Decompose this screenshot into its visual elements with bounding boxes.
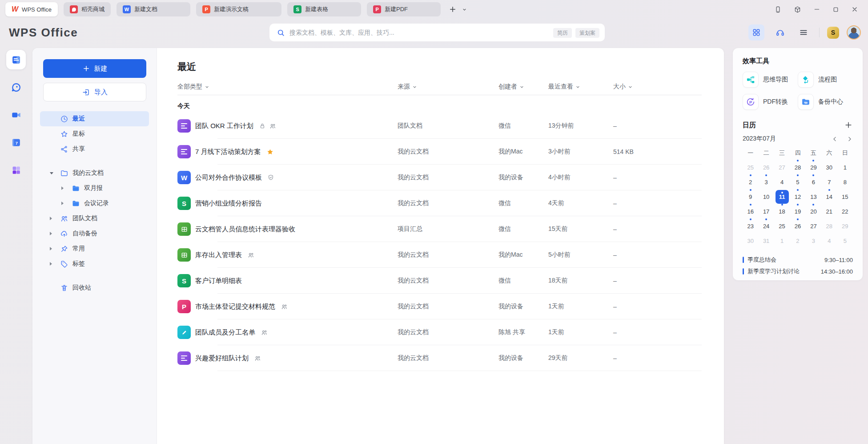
- new-tab-plus-icon[interactable]: [449, 5, 457, 13]
- calendar-day[interactable]: 1: [838, 161, 852, 174]
- calendar-day[interactable]: 7: [823, 175, 836, 189]
- close-icon[interactable]: [851, 6, 858, 13]
- menu-icon[interactable]: [796, 24, 812, 40]
- filter-0[interactable]: 全部类型: [177, 83, 398, 91]
- minimize-icon[interactable]: [813, 6, 820, 13]
- filter-1[interactable]: 来源: [398, 83, 498, 91]
- calendar-day[interactable]: 5: [838, 234, 852, 248]
- calendar-day[interactable]: 2: [744, 175, 757, 189]
- calendar-day[interactable]: 27: [776, 161, 789, 174]
- sidebar-item-10[interactable]: 回收站: [40, 280, 149, 295]
- calendar-event-0[interactable]: 季度总结会 9:30–11:00: [743, 254, 853, 266]
- calendar-next-icon[interactable]: [846, 136, 853, 142]
- calendar-add-icon[interactable]: [844, 121, 853, 129]
- search-bar[interactable]: 简历策划案: [269, 24, 605, 41]
- new-button[interactable]: 新建: [43, 59, 146, 78]
- sidebar-item-1[interactable]: 星标: [40, 126, 149, 141]
- sidebar-item-6[interactable]: 团队文档: [40, 211, 149, 226]
- calendar-day[interactable]: 25: [744, 161, 757, 174]
- filter-4[interactable]: 大小: [613, 83, 702, 91]
- calendar-day[interactable]: 30: [744, 234, 757, 248]
- sidebar-item-4[interactable]: 双月报: [40, 181, 149, 196]
- calendar-day[interactable]: 26: [791, 219, 804, 233]
- tool-3[interactable]: 备份中心: [798, 94, 853, 110]
- sidebar-item-3[interactable]: 我的云文档: [40, 165, 149, 181]
- file-row-5[interactable]: 库存出入管理表 我的云文档 我的Mac 5小时前 –: [177, 242, 702, 268]
- file-row-1[interactable]: 7 月线下活动策划方案 我的云文档 我的Mac 3小时前 514 KB: [177, 139, 702, 165]
- tool-2[interactable]: P PDF转换: [743, 94, 798, 110]
- search-tag-1[interactable]: 策划案: [575, 28, 599, 38]
- caret-right-icon[interactable]: [61, 202, 64, 205]
- calendar-day[interactable]: 23: [744, 219, 757, 233]
- calendar-day[interactable]: 29: [838, 219, 852, 233]
- file-row-8[interactable]: 团队成员及分工名单 我的云文档 陈旭 共享 1天前 –: [177, 319, 702, 345]
- mobile-icon[interactable]: [774, 6, 782, 13]
- tab-home[interactable]: WWPS Office: [5, 2, 58, 16]
- calendar-day[interactable]: 30: [823, 161, 836, 174]
- avatar[interactable]: [847, 25, 861, 40]
- sidebar-item-2[interactable]: 共享: [40, 141, 149, 157]
- calendar-day[interactable]: 12: [791, 190, 804, 204]
- calendar-day[interactable]: 14: [823, 190, 836, 204]
- calendar-day[interactable]: 3: [807, 234, 820, 248]
- support-headset-icon[interactable]: [772, 24, 788, 40]
- calendar-day[interactable]: 27: [807, 219, 820, 233]
- calendar-day[interactable]: 28: [791, 161, 804, 174]
- tab-document-1[interactable]: 稻壳商城: [64, 2, 111, 16]
- calendar-day[interactable]: 4: [823, 234, 836, 248]
- tool-1[interactable]: 流程图: [798, 72, 853, 88]
- calendar-day[interactable]: 25: [776, 219, 789, 233]
- calendar-day[interactable]: 3: [760, 175, 773, 189]
- caret-down-icon[interactable]: [50, 172, 53, 174]
- rail-item-messages[interactable]: [6, 77, 26, 97]
- calendar-day[interactable]: 16: [744, 205, 757, 218]
- rail-item-meetings[interactable]: [6, 105, 26, 125]
- calendar-day[interactable]: 9: [744, 190, 757, 204]
- caret-right-icon[interactable]: [61, 186, 64, 190]
- workspace-icon[interactable]: [794, 6, 801, 13]
- rail-item-documents[interactable]: [6, 50, 26, 69]
- calendar-day[interactable]: 19: [791, 205, 804, 218]
- calendar-day[interactable]: 21: [823, 205, 836, 218]
- filter-2[interactable]: 创建者: [498, 83, 548, 91]
- import-button[interactable]: 导入: [43, 83, 146, 101]
- tab-list-chevron-icon[interactable]: [462, 7, 467, 12]
- sidebar-item-7[interactable]: 自动备份: [40, 226, 149, 241]
- tool-0[interactable]: 思维导图: [743, 72, 798, 88]
- calendar-day[interactable]: 6: [807, 175, 820, 189]
- file-row-9[interactable]: 兴趣爱好组队计划 我的云文档 我的设备 29天前 –: [177, 345, 702, 371]
- file-row-7[interactable]: P 市场主体登记提交材料规范 我的云文档 我的设备 1天前 –: [177, 294, 702, 319]
- rail-item-apps[interactable]: [6, 160, 26, 180]
- calendar-day[interactable]: 24: [760, 219, 773, 233]
- calendar-day[interactable]: 20: [807, 205, 820, 218]
- search-input[interactable]: [289, 29, 545, 36]
- calendar-day[interactable]: 26: [760, 161, 773, 174]
- sidebar-item-9[interactable]: 标签: [40, 256, 149, 271]
- calendar-day[interactable]: 1: [776, 234, 789, 248]
- calendar-event-1[interactable]: 新季度学习计划讨论 14:30–16:00: [743, 266, 853, 277]
- tab-document-3[interactable]: P新建演示文稿: [196, 2, 281, 16]
- file-row-3[interactable]: S 营销小组业绩分析报告 我的云文档 微信 4天前 –: [177, 190, 702, 216]
- file-row-2[interactable]: W 公司对外合作协议模板 我的云文档 我的设备 4小时前 –: [177, 165, 702, 190]
- rail-item-calendar[interactable]: 7: [6, 133, 26, 152]
- file-row-4[interactable]: 云文档管人员信息统计表理器验收 项目汇总 微信 15天前 –: [177, 216, 702, 242]
- calendar-day[interactable]: 31: [760, 234, 773, 248]
- filter-3[interactable]: 最近查看: [548, 83, 613, 91]
- search-tag-0[interactable]: 简历: [553, 28, 572, 38]
- calendar-prev-icon[interactable]: [832, 136, 838, 142]
- calendar-day[interactable]: 8: [838, 175, 852, 189]
- calendar-day[interactable]: 13: [807, 190, 820, 204]
- apps-grid-icon[interactable]: [748, 24, 764, 40]
- tab-document-5[interactable]: P新建PDF: [367, 2, 441, 16]
- calendar-day[interactable]: 10: [760, 190, 773, 204]
- vip-badge-icon[interactable]: S: [827, 27, 839, 39]
- calendar-day[interactable]: 17: [760, 205, 773, 218]
- caret-right-icon[interactable]: [50, 217, 52, 220]
- calendar-day[interactable]: 22: [838, 205, 852, 218]
- calendar-day[interactable]: 5: [791, 175, 804, 189]
- file-row-6[interactable]: S 客户订单明细表 我的云文档 微信 18天前 –: [177, 268, 702, 294]
- tab-document-2[interactable]: W新建文档: [117, 2, 190, 16]
- sidebar-item-0[interactable]: 最近: [40, 111, 149, 126]
- caret-right-icon[interactable]: [50, 247, 52, 250]
- calendar-day[interactable]: 18: [776, 205, 789, 218]
